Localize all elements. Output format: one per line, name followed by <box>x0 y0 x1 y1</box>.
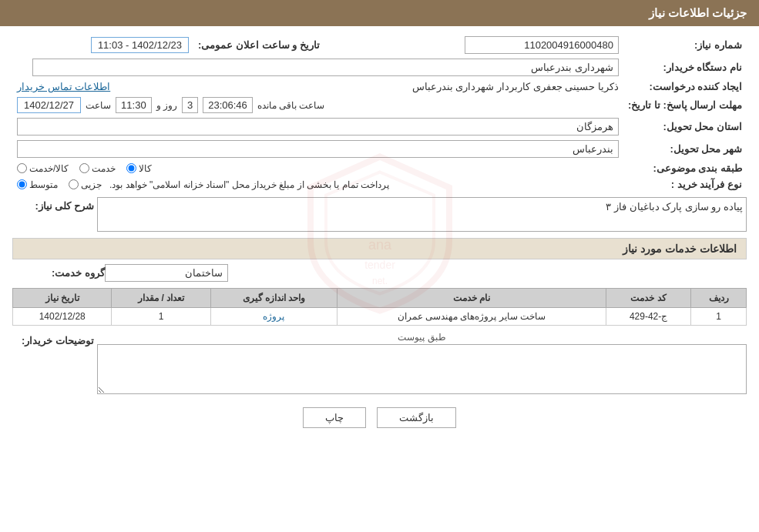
service-group-label: گروه خدمت: <box>12 267 105 279</box>
process-label: نوع فرآیند خرید : <box>623 176 747 192</box>
description-value: پیاده رو سازی پارک دباغیان فاز ۳ <box>97 197 747 232</box>
col-date: تاریخ نیاز <box>13 289 112 308</box>
table-cell-unit: پروژه <box>210 308 337 326</box>
category-option-kala[interactable]: کالا <box>126 163 152 174</box>
back-button[interactable]: بازگشت <box>377 407 456 428</box>
table-cell-date: 1402/12/28 <box>13 308 112 326</box>
buyer-value: شهرداری بندرعباس <box>12 56 623 79</box>
time-label: ساعت <box>86 100 111 111</box>
table-cell-row: 1 <box>691 308 747 326</box>
creator-value: ذکریا حسینی جعفری کاربردار شهرداری بندرع… <box>193 79 623 95</box>
buyer-label: نام دستگاه خریدار: <box>623 56 747 79</box>
remaining-label: ساعت باقی مانده <box>257 100 325 111</box>
date-value: 1402/12/23 - 11:03 <box>12 34 193 56</box>
city-label: شهر محل تحویل: <box>623 138 747 160</box>
table-cell-code: ج-42-429 <box>606 308 691 326</box>
neeaz-number-input: 1102004916000480 <box>465 36 619 54</box>
deadline-date: 1402/12/27 <box>17 97 81 113</box>
creator-label: ایجاد کننده درخواست: <box>623 79 747 95</box>
service-group-value: ساختمان <box>105 264 228 282</box>
category-option-kala-khadamat[interactable]: کالا/خدمت <box>17 163 69 174</box>
description-section-label: شرح کلی نیاز: <box>12 197 97 212</box>
date-label: تاریخ و ساعت اعلان عمومی: <box>193 34 324 56</box>
attachment-note: طبق پیوست <box>97 332 747 343</box>
table-cell-name: ساخت سایر پروژه‌های مهندسی عمران <box>338 308 606 326</box>
col-name: نام خدمت <box>338 289 606 308</box>
neeaz-number-label: شماره نیاز: <box>623 34 747 56</box>
services-table: ردیف کد خدمت نام خدمت واحد اندازه گیری ت… <box>12 288 747 326</box>
services-section-header: اطلاعات خدمات مورد نیاز <box>12 238 747 259</box>
col-rownum: ردیف <box>691 289 747 308</box>
col-qty: تعداد / مقدار <box>112 289 210 308</box>
deadline-remaining: 23:06:46 <box>203 97 253 113</box>
process-radio-group: متوسط جزیی <box>17 179 102 190</box>
neeaz-number-value: 1102004916000480 <box>348 34 623 56</box>
date-input: 1402/12/23 - 11:03 <box>91 37 189 53</box>
page-header: جزئیات اطلاعات نیاز <box>0 0 759 26</box>
process-note: پرداخت تمام یا بخشی از مبلغ خریداز محل "… <box>109 179 389 190</box>
print-button[interactable]: چاپ <box>303 407 366 428</box>
province-label: استان محل تحویل: <box>623 115 747 138</box>
process-option-joz[interactable]: جزیی <box>69 179 102 190</box>
category-option-khadamat[interactable]: خدمت <box>79 163 116 174</box>
buyer-desc-textarea[interactable] <box>97 344 747 394</box>
col-code: کد خدمت <box>606 289 691 308</box>
contact-link[interactable]: اطلاعات تماس خریدار <box>17 81 110 92</box>
col-unit: واحد اندازه گیری <box>210 289 337 308</box>
category-radio-group: کالا/خدمت خدمت کالا <box>17 163 619 174</box>
table-cell-qty: 1 <box>112 308 210 326</box>
category-label: طبقه بندی موضوعی: <box>623 160 747 176</box>
table-row: 1ج-42-429ساخت سایر پروژه‌های مهندسی عمرا… <box>13 308 747 326</box>
buyer-desc-label: توضیحات خریدار: <box>12 332 97 346</box>
process-option-mutavaset[interactable]: متوسط <box>17 179 58 190</box>
deadline-label: مهلت ارسال پاسخ: تا تاریخ: <box>623 95 747 115</box>
days-separator: روز و <box>156 100 177 111</box>
province-value: هرمزگان <box>17 118 619 136</box>
page-title: جزئیات اطلاعات نیاز <box>649 6 747 19</box>
deadline-days: 3 <box>182 97 198 113</box>
button-bar: بازگشت چاپ <box>12 407 747 428</box>
city-value: بندرعباس <box>17 140 619 158</box>
deadline-time: 11:30 <box>116 97 152 113</box>
